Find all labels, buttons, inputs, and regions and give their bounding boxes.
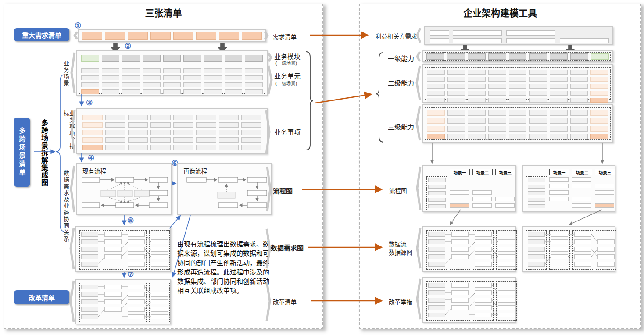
- process-note-text: 由现有流程梳理出数据需求、数据来源，谋划可集成的数据和可协同的部门产生创新活动，…: [177, 239, 269, 296]
- grid-cell: [204, 89, 222, 94]
- dataflow-label-line1: 数据流: [389, 239, 407, 248]
- grid-cell: [143, 89, 161, 94]
- grid-cell: [450, 203, 469, 208]
- grid-cell: [590, 84, 608, 89]
- grid-cell: [428, 178, 446, 182]
- reengineered-process-flowchart: 再造流程: [177, 163, 272, 215]
- grid-cell: [128, 247, 145, 252]
- grid-cell: [151, 254, 168, 259]
- grid-cell: [468, 118, 486, 124]
- step-4-marker: ④: [88, 154, 94, 162]
- grid-cell: [570, 110, 588, 116]
- business-matter-table: [76, 108, 268, 154]
- grid-cell: [498, 262, 515, 267]
- grid-cell: [151, 307, 168, 312]
- grid-cell: [572, 177, 591, 182]
- grid-cell: [528, 178, 545, 182]
- grid-cell: [528, 247, 545, 252]
- business-unit-label: 业务单元: [274, 71, 301, 80]
- grid-cell: [81, 55, 99, 62]
- grid-cell: [128, 262, 145, 267]
- scene-tab: 场景一: [450, 169, 470, 175]
- grid-cell: [509, 77, 527, 82]
- grid-cell: [528, 254, 545, 259]
- grid-cell: [509, 126, 527, 132]
- grid-cell: [225, 68, 243, 73]
- grid-cell: [225, 55, 243, 62]
- grid-cell: [451, 290, 469, 295]
- grid-cell: [509, 118, 527, 124]
- grid-cell: [475, 239, 492, 244]
- level2-capability-label: 二级能力: [388, 78, 414, 87]
- grid-cell: [428, 191, 446, 195]
- grid-cell: [597, 239, 615, 244]
- scene-tab: 场景三: [595, 169, 615, 175]
- field-box: [453, 38, 502, 43]
- grid-cell: [105, 130, 125, 135]
- grid-cell: [428, 313, 445, 317]
- grid-cell: [81, 75, 99, 80]
- multi-scene-list-button[interactable]: 多跨场景清单: [14, 118, 30, 187]
- grid-cell: [81, 314, 98, 319]
- grid-cell: [570, 77, 588, 82]
- grid-cell: [475, 232, 492, 237]
- grid-cell: [529, 70, 547, 75]
- grid-cell: [428, 185, 446, 189]
- field-box: [560, 38, 609, 43]
- grid-cell: [447, 98, 465, 103]
- grid-cell: [163, 82, 181, 87]
- grid-cell: [550, 53, 568, 60]
- grid-cell: [451, 254, 469, 259]
- grid-cell: [196, 137, 216, 143]
- grid-cell: [196, 115, 216, 120]
- grid-cell: [572, 184, 591, 188]
- grid-cell: [427, 134, 445, 139]
- grid-cell: [242, 32, 262, 40]
- grid-cell: [472, 203, 492, 208]
- grid-cell: [529, 84, 547, 89]
- grid-cell: [427, 98, 445, 103]
- step-5-marker: ⑤: [127, 217, 134, 225]
- grid-cell: [572, 197, 591, 201]
- grid-cell: [590, 70, 608, 75]
- grid-cell: [488, 53, 506, 60]
- grid-cell: [468, 53, 486, 60]
- scene-tab: 场景二: [572, 169, 592, 175]
- demand-list-label: 需求清单: [273, 32, 297, 41]
- grid-cell: [143, 68, 161, 73]
- grid-cell: [427, 77, 445, 82]
- grid-cell: [570, 126, 588, 132]
- section-label-data-relation: 数据需求及业务协同关系: [63, 170, 69, 248]
- grid-cell: [143, 82, 161, 87]
- reform-list-button[interactable]: 改革清单: [14, 290, 69, 304]
- major-demand-list-button[interactable]: 重大需求清单: [14, 28, 69, 41]
- scene-tab: 场景一: [549, 169, 569, 175]
- grid-cell: [81, 239, 98, 244]
- grid-cell: [570, 53, 588, 60]
- grid-cell: [173, 32, 193, 40]
- grid-cell: [150, 32, 171, 40]
- grid-cell: [451, 247, 469, 252]
- grid-cell: [529, 77, 547, 82]
- grid-cell: [245, 82, 263, 87]
- grid-cell: [528, 191, 545, 195]
- grid-cell: [81, 232, 98, 237]
- grid-cell: [475, 298, 492, 303]
- grid-cell: [570, 134, 588, 139]
- scene-tab: 场景三: [495, 169, 515, 175]
- grid-cell: [427, 126, 445, 132]
- grid-cell: [509, 84, 527, 89]
- grid-cell: [509, 98, 527, 103]
- grid-cell: [102, 68, 120, 73]
- flowchart-graphic: [77, 164, 171, 214]
- grid-cell: [549, 177, 569, 182]
- grid-cell: [151, 247, 168, 252]
- grid-cell: [428, 198, 446, 202]
- grid-cell: [128, 307, 145, 312]
- grid-cell: [81, 292, 98, 297]
- grid-cell: [196, 32, 216, 40]
- grid-cell: [498, 254, 515, 259]
- grid-cell: [150, 145, 171, 150]
- grid-cell: [451, 232, 469, 237]
- grid-cell: [551, 239, 568, 244]
